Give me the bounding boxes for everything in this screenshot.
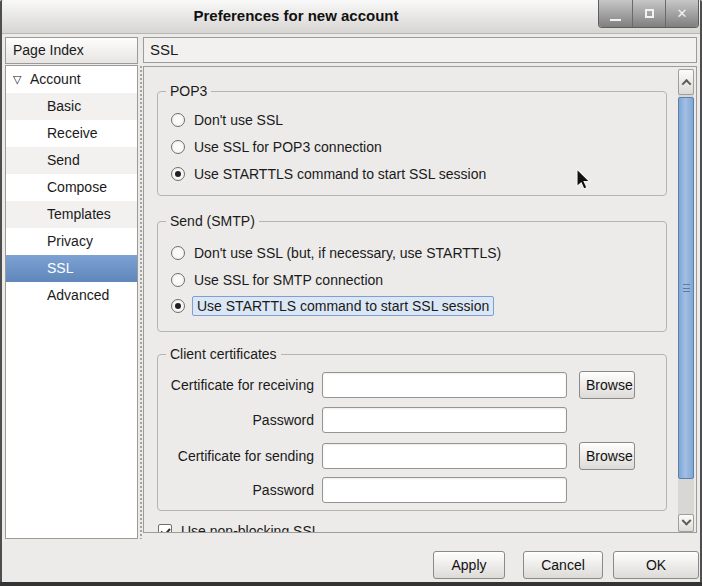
sidebar-item-label: Send [47, 152, 80, 168]
sidebar-item-label: Basic [47, 98, 81, 114]
browse-sending-button[interactable]: Browse [579, 442, 635, 470]
minimize-button[interactable] [599, 0, 632, 27]
checkbox-label: Use non-blocking SSL [181, 523, 320, 533]
settings-scroll-area: POP3 Don't use SSL Use SSL for POP3 conn… [143, 66, 697, 533]
radio-label: Use SSL for POP3 connection [194, 139, 382, 155]
radio-label: Don't use SSL [194, 112, 283, 128]
scroll-down-button[interactable] [678, 514, 694, 532]
radio-selected-icon[interactable] [171, 167, 185, 181]
radio-icon[interactable] [171, 246, 185, 260]
password-sending-label: Password [166, 477, 314, 504]
sidebar-item-label: Compose [47, 179, 107, 195]
cert-receiving-input[interactable] [322, 372, 567, 398]
vertical-scrollbar[interactable] [678, 69, 694, 532]
cert-receiving-label: Certificate for receiving [166, 372, 314, 399]
window-controls: ✕ [598, 0, 699, 28]
titlebar[interactable]: Preferences for new account [2, 0, 700, 34]
apply-button[interactable]: Apply [433, 551, 505, 579]
radio-pop3-dont-use-ssl[interactable]: Don't use SSL [171, 109, 283, 131]
pop3-group-legend: POP3 [166, 82, 211, 100]
sidebar-item-templates[interactable]: Templates [6, 201, 137, 228]
maximize-button[interactable] [632, 0, 665, 27]
client-certificates-legend: Client certificates [166, 345, 281, 363]
cert-sending-row: Certificate for sending Browse [158, 443, 666, 471]
sidebar-item-label: Receive [47, 125, 98, 141]
scroll-up-button[interactable] [678, 69, 694, 95]
close-icon: ✕ [677, 7, 688, 20]
nonblocking-ssl-option[interactable]: Use non-blocking SSL [158, 521, 320, 533]
sidebar-item-label: SSL [47, 260, 73, 276]
sidebar-item-label: Account [30, 71, 81, 87]
radio-icon[interactable] [171, 140, 185, 154]
sidebar-item-send[interactable]: Send [6, 147, 137, 174]
cert-sending-input[interactable] [322, 443, 567, 469]
window-border-bottom [0, 582, 702, 586]
sidebar-item-label: Privacy [47, 233, 93, 249]
window-title: Preferences for new account [2, 0, 590, 34]
radio-smtp-starttls[interactable]: Use STARTTLS command to start SSL sessio… [171, 295, 494, 317]
ok-button[interactable]: OK [613, 551, 699, 579]
sidebar-item-receive[interactable]: Receive [6, 120, 137, 147]
password-sending-input[interactable] [322, 477, 567, 503]
radio-label: Use SSL for SMTP connection [194, 272, 383, 288]
sidebar-item-privacy[interactable]: Privacy [6, 228, 137, 255]
scrollbar-thumb[interactable] [678, 97, 694, 479]
radio-smtp-dont-use-ssl[interactable]: Don't use SSL (but, if necessary, use ST… [171, 242, 501, 264]
maximize-icon [645, 9, 654, 18]
sidebar-item-ssl[interactable]: SSL [6, 255, 137, 282]
checkbox-checked-icon[interactable] [158, 524, 172, 533]
chevron-up-icon [681, 78, 691, 88]
minimize-icon [610, 19, 621, 21]
radio-smtp-use-ssl[interactable]: Use SSL for SMTP connection [171, 269, 383, 291]
password-receiving-label: Password [166, 407, 314, 434]
radio-label: Don't use SSL (but, if necessary, use ST… [194, 245, 501, 261]
page-title: SSL [143, 37, 697, 63]
radio-icon[interactable] [171, 113, 185, 127]
sidebar-item-compose[interactable]: Compose [6, 174, 137, 201]
password-sending-row: Password [158, 477, 666, 505]
page-index-header: Page Index [5, 37, 138, 64]
smtp-group: Send (SMTP) Don't use SSL (but, if neces… [157, 221, 667, 332]
sidebar-item-label: Templates [47, 206, 111, 222]
cancel-button[interactable]: Cancel [523, 551, 603, 579]
password-receiving-row: Password [158, 407, 666, 435]
sidebar-item-label: Advanced [47, 287, 109, 303]
page-index-tree: ▽ Account Basic Receive Send Compose Tem… [5, 65, 138, 539]
preferences-dialog: Preferences for new account ✕ Page Index… [0, 0, 702, 586]
client-certificates-group: Client certificates Certificate for rece… [157, 354, 667, 511]
sidebar-item-basic[interactable]: Basic [6, 93, 137, 120]
sidebar-item-advanced[interactable]: Advanced [6, 282, 137, 309]
radio-label-focused: Use STARTTLS command to start SSL sessio… [192, 296, 494, 316]
chevron-down-icon [681, 515, 691, 525]
password-receiving-input[interactable] [322, 407, 567, 433]
radio-icon[interactable] [171, 273, 185, 287]
window-border-left [0, 0, 2, 582]
smtp-group-legend: Send (SMTP) [166, 212, 259, 230]
browse-receiving-button[interactable]: Browse [579, 371, 635, 399]
radio-pop3-use-ssl[interactable]: Use SSL for POP3 connection [171, 136, 382, 158]
radio-pop3-starttls[interactable]: Use STARTTLS command to start SSL sessio… [171, 163, 486, 185]
close-button[interactable]: ✕ [665, 0, 698, 27]
sidebar-item-account[interactable]: ▽ Account [6, 66, 137, 93]
expander-down-icon[interactable]: ▽ [13, 66, 27, 93]
cert-receiving-row: Certificate for receiving Browse [158, 372, 666, 400]
radio-selected-icon[interactable] [171, 299, 185, 313]
radio-label: Use STARTTLS command to start SSL sessio… [194, 166, 486, 182]
pop3-group: POP3 Don't use SSL Use SSL for POP3 conn… [157, 91, 667, 196]
cert-sending-label: Certificate for sending [166, 443, 314, 470]
scrollbar-grip-icon [683, 284, 690, 292]
